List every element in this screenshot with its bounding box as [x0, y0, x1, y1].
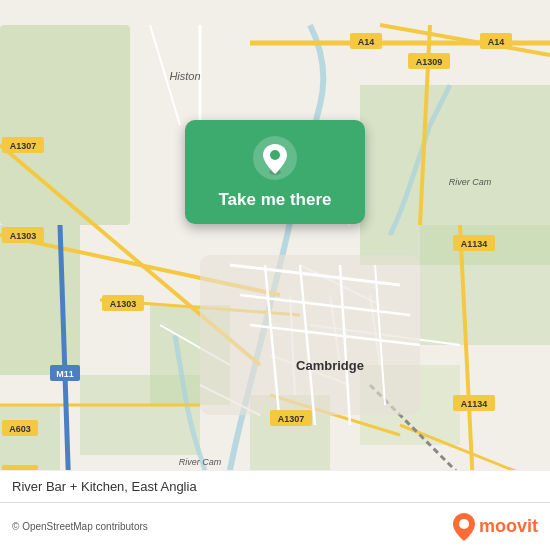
svg-text:Cambridge: Cambridge: [296, 358, 364, 373]
svg-text:A603: A603: [9, 424, 31, 434]
take-me-there-button[interactable]: Take me there: [218, 190, 331, 210]
svg-text:River Cam: River Cam: [179, 457, 222, 467]
map-attribution: © OpenStreetMap contributors: [12, 521, 148, 532]
svg-text:A1303: A1303: [110, 299, 137, 309]
svg-rect-32: [200, 255, 420, 415]
moovit-logo: moovit: [453, 513, 538, 541]
moovit-pin-icon: [453, 513, 475, 541]
svg-text:A1134: A1134: [461, 239, 488, 249]
svg-point-73: [459, 519, 469, 529]
place-name: River Bar + Kitchen, East Anglia: [12, 479, 197, 494]
bottom-bar: © OpenStreetMap contributors moovit: [0, 502, 550, 550]
svg-line-10: [380, 25, 550, 55]
place-info-bar: River Bar + Kitchen, East Anglia: [0, 470, 550, 502]
svg-rect-0: [0, 25, 130, 225]
location-pin-icon: [253, 136, 297, 180]
svg-text:A1307: A1307: [278, 414, 305, 424]
cta-card: Take me there: [185, 120, 365, 224]
svg-point-72: [270, 150, 280, 160]
svg-text:A1307: A1307: [10, 141, 37, 151]
svg-text:A14: A14: [358, 37, 375, 47]
svg-text:A1134: A1134: [461, 399, 488, 409]
svg-text:River Cam: River Cam: [449, 177, 492, 187]
map-container: A14 A14 A1309 A1307 A1303 A1303 A1134 A1…: [0, 0, 550, 550]
svg-text:A1303: A1303: [10, 231, 37, 241]
moovit-brand-text: moovit: [479, 516, 538, 537]
svg-text:M11: M11: [56, 369, 74, 379]
svg-text:A14: A14: [488, 37, 505, 47]
map-svg: A14 A14 A1309 A1307 A1303 A1303 A1134 A1…: [0, 0, 550, 550]
svg-rect-1: [0, 225, 80, 375]
svg-text:Histon: Histon: [169, 70, 200, 82]
svg-text:A1309: A1309: [416, 57, 443, 67]
